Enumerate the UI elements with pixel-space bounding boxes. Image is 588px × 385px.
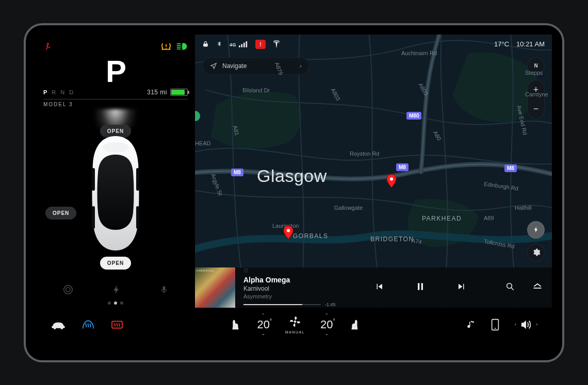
svg-rect-18 xyxy=(246,41,248,47)
play-pause-button[interactable] xyxy=(415,281,426,294)
favorite-icon[interactable]: ♡ xyxy=(243,267,336,274)
model-label: MODEL 3 xyxy=(43,102,188,107)
navigate-label: Navigate xyxy=(222,62,247,70)
map-panel[interactable]: 4G ! 17°C 10:21 AM Navigate › N + − xyxy=(195,35,552,308)
svg-rect-16 xyxy=(241,44,243,47)
svg-rect-12 xyxy=(163,286,166,290)
volume-button[interactable]: ⌃ ⌃ xyxy=(515,320,537,330)
map-pin[interactable] xyxy=(386,174,397,188)
prev-track-button[interactable] xyxy=(374,282,384,293)
svg-point-10 xyxy=(63,285,72,294)
page-dots[interactable] xyxy=(43,302,188,305)
svg-point-19 xyxy=(287,229,290,232)
gear-P: P xyxy=(43,89,48,95)
svg-rect-6 xyxy=(92,168,95,191)
svg-rect-22 xyxy=(421,283,423,290)
svg-rect-15 xyxy=(239,45,240,47)
cell-signal: 4G xyxy=(230,41,248,47)
music-app-button[interactable] xyxy=(466,319,476,330)
warning-badge[interactable]: ! xyxy=(255,40,266,49)
temp-down-icon[interactable]: ⌄ xyxy=(325,332,329,336)
lock-icon[interactable] xyxy=(202,40,209,48)
temp-down-icon[interactable]: ⌄ xyxy=(262,332,265,336)
gear-selector-row: PRND 315 mi xyxy=(43,89,188,96)
seat-heater-left-button[interactable] xyxy=(230,319,241,331)
map-settings-button[interactable] xyxy=(527,244,545,261)
map-canvas[interactable] xyxy=(195,35,552,308)
seat-heater-right-button[interactable] xyxy=(349,319,360,331)
svg-rect-7 xyxy=(136,168,139,191)
album-art[interactable] xyxy=(195,267,235,308)
tpms-icon xyxy=(161,42,171,51)
battery-icon xyxy=(170,89,188,96)
track-artist: Karnivool xyxy=(243,285,336,292)
svg-line-24 xyxy=(511,288,514,290)
gear-R: R xyxy=(52,89,57,95)
gear-indicator-large: P xyxy=(43,55,188,88)
passenger-temp-control[interactable]: ⌃ 20° ⌄ xyxy=(320,314,333,335)
bottom-dock: ⌃ 20° ⌄ MANUAL ⌃ 20° ⌄ ⌃ ⌃ xyxy=(36,308,552,342)
search-music-button[interactable] xyxy=(505,282,515,293)
expand-player-button[interactable] xyxy=(532,282,543,293)
track-title: Alpha Omega xyxy=(243,276,336,284)
status-bar: 4G ! 17°C 10:21 AM xyxy=(195,38,552,51)
svg-point-23 xyxy=(507,283,512,288)
svg-point-11 xyxy=(66,287,70,291)
temp-up-icon[interactable]: ⌃ xyxy=(262,314,265,317)
svg-rect-17 xyxy=(243,43,245,47)
clock: 10:21 AM xyxy=(516,40,545,48)
headlight-icon xyxy=(176,42,188,51)
range-value: 315 mi xyxy=(147,89,167,96)
zoom-in-button[interactable]: + xyxy=(533,85,539,94)
fan-mode-label: MANUAL xyxy=(285,330,305,334)
superchargers-button[interactable] xyxy=(527,221,545,239)
camera-shortcut[interactable] xyxy=(62,284,74,297)
svg-rect-8 xyxy=(92,206,95,229)
rear-defrost-button[interactable] xyxy=(110,320,124,330)
svg-point-0 xyxy=(166,47,167,48)
svg-point-27 xyxy=(294,320,296,322)
car-status-panel: P PRND 315 mi MODEL 3 OPEN xyxy=(36,35,195,308)
temp-up-icon[interactable]: ⌃ xyxy=(325,314,329,317)
time-remaining: -1:45 xyxy=(325,302,336,307)
fan-button[interactable]: MANUAL xyxy=(285,315,305,334)
bluetooth-icon[interactable] xyxy=(216,40,222,48)
media-player-bar: ♡ Alpha Omega Karnivool Asymmetry -1:45 xyxy=(195,267,552,308)
svg-point-29 xyxy=(495,328,496,329)
voice-shortcut[interactable] xyxy=(159,284,169,297)
driver-temp-control[interactable]: ⌃ 20° ⌄ xyxy=(257,314,269,335)
progress-bar[interactable] xyxy=(243,304,321,305)
zoom-out-button[interactable]: − xyxy=(533,104,539,113)
outside-temp: 17°C xyxy=(494,40,509,48)
svg-rect-21 xyxy=(418,283,419,290)
car-topdown xyxy=(85,134,146,253)
chargeport-open-button[interactable]: OPEN xyxy=(45,207,76,220)
car-controls-button[interactable] xyxy=(51,320,66,329)
trunk-open-button[interactable]: OPEN xyxy=(100,257,131,270)
gear-N: N xyxy=(60,89,66,95)
map-pin[interactable] xyxy=(283,225,294,240)
next-track-button[interactable] xyxy=(456,282,467,293)
track-album: Asymmetry xyxy=(243,293,336,299)
seatbelt-icon xyxy=(43,42,53,51)
svg-point-5 xyxy=(102,142,129,153)
chevron-right-icon: › xyxy=(300,62,302,70)
zoom-control: + − xyxy=(527,80,545,119)
compass-button[interactable]: N xyxy=(527,57,545,75)
front-defrost-button[interactable] xyxy=(81,319,95,330)
charging-shortcut[interactable] xyxy=(111,284,122,297)
svg-point-20 xyxy=(390,177,393,180)
tesla-logo-icon[interactable] xyxy=(273,40,280,48)
phone-app-button[interactable] xyxy=(491,319,499,331)
gear-D: D xyxy=(69,89,75,95)
svg-rect-9 xyxy=(136,206,139,229)
navigate-button[interactable]: Navigate › xyxy=(202,57,309,75)
